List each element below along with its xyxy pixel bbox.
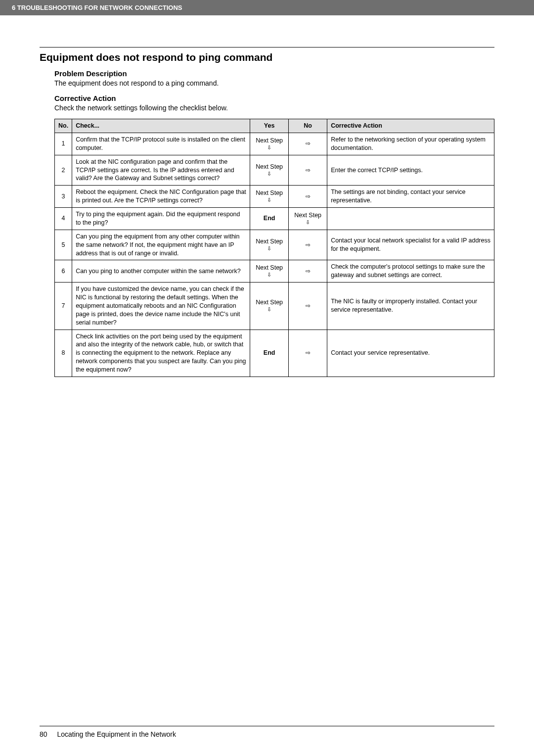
cell-yes: Next Step [250, 186, 289, 208]
arrow-right-icon [306, 140, 311, 147]
cell-no-result [289, 133, 327, 155]
next-step-indicator: Next Step [254, 190, 285, 203]
arrow-right-icon [306, 167, 311, 174]
next-step-indicator: Next Step [254, 299, 285, 312]
cell-no: 2 [55, 155, 72, 186]
chapter-header: 6 TROUBLESHOOTING FOR NETWORK CONNECTION… [0, 0, 534, 15]
cell-action: Contact your local network specialist fo… [327, 230, 494, 260]
table-row: 3Reboot the equipment. Check the NIC Con… [55, 186, 494, 208]
cell-action: Enter the correct TCP/IP settings. [327, 155, 494, 186]
cell-check: Confirm that the TCP/IP protocol suite i… [72, 133, 250, 155]
cell-no: 4 [55, 208, 72, 230]
cell-no-result [289, 155, 327, 186]
problem-heading: Problem Description [54, 69, 494, 78]
cell-yes: End [250, 208, 289, 230]
cell-action [327, 208, 494, 230]
cell-no: 6 [55, 260, 72, 283]
cell-no-result [289, 283, 327, 330]
cell-action: The NIC is faulty or improperly installe… [327, 283, 494, 330]
end-indicator: End [264, 215, 275, 222]
cell-check: Reboot the equipment. Check the NIC Conf… [72, 186, 250, 208]
cell-no-result [289, 186, 327, 208]
cell-yes: Next Step [250, 133, 289, 155]
page-content: Equipment does not respond to ping comma… [0, 15, 534, 377]
col-header-action: Corrective Action [327, 119, 494, 133]
cell-no-result [289, 330, 327, 377]
cell-check: Can you ping the equipment from any othe… [72, 230, 250, 260]
col-header-no: No [289, 119, 327, 133]
page-footer: 80 Locating the Equipment in the Network [40, 726, 494, 738]
problem-text: The equipment does not respond to a ping… [54, 79, 494, 87]
cell-check: Look at the NIC configuration page and c… [72, 155, 250, 186]
arrow-right-icon [306, 302, 311, 309]
page-number: 80 [40, 730, 47, 738]
table-row: 8Check link activities on the port being… [55, 330, 494, 377]
cell-check: Check link activities on the port being … [72, 330, 250, 377]
next-step-indicator: Next Step [254, 265, 285, 278]
cell-action: The settings are not binding, contact yo… [327, 186, 494, 208]
cell-no-result: Next Step [289, 208, 327, 230]
section-rule [40, 47, 494, 47]
checklist-table: No. Check... Yes No Corrective Action 1C… [54, 119, 494, 377]
table-row: 6Can you ping to another computer within… [55, 260, 494, 283]
corrective-heading: Corrective Action [54, 94, 494, 102]
footer-text: Locating the Equipment in the Network [57, 730, 176, 738]
cell-action: Contact your service representative. [327, 330, 494, 377]
cell-check: Try to ping the equipment again. Did the… [72, 208, 250, 230]
cell-no: 3 [55, 186, 72, 208]
next-step-indicator: Next Step [254, 238, 285, 251]
cell-no-result [289, 230, 327, 260]
cell-check: Can you ping to another computer within … [72, 260, 250, 283]
table-row: 7If you have customized the device name,… [55, 283, 494, 330]
next-step-indicator: Next Step [254, 138, 285, 150]
table-header-row: No. Check... Yes No Corrective Action [55, 119, 494, 133]
cell-check: If you have customized the device name, … [72, 283, 250, 330]
next-step-indicator: Next Step [292, 212, 323, 225]
cell-yes: Next Step [250, 283, 289, 330]
table-header: No. Check... Yes No Corrective Action [55, 119, 494, 133]
arrow-right-icon [306, 268, 311, 275]
cell-no: 5 [55, 230, 72, 260]
chapter-breadcrumb: 6 TROUBLESHOOTING FOR NETWORK CONNECTION… [12, 4, 182, 11]
col-header-no: No. [55, 119, 72, 133]
cell-no: 1 [55, 133, 72, 155]
cell-action: Refer to the networking section of your … [327, 133, 494, 155]
arrow-right-icon [306, 349, 311, 356]
table-row: 1Confirm that the TCP/IP protocol suite … [55, 133, 494, 155]
cell-yes: End [250, 330, 289, 377]
cell-yes: Next Step [250, 155, 289, 186]
arrow-right-icon [306, 193, 311, 200]
next-step-indicator: Next Step [254, 164, 285, 177]
col-header-yes: Yes [250, 119, 289, 133]
problem-block: Problem Description The equipment does n… [40, 69, 494, 377]
cell-no-result [289, 260, 327, 283]
cell-no: 7 [55, 283, 72, 330]
table-row: 4Try to ping the equipment again. Did th… [55, 208, 494, 230]
end-indicator: End [264, 349, 275, 356]
cell-yes: Next Step [250, 230, 289, 260]
col-header-check: Check... [72, 119, 250, 133]
corrective-text: Check the network settings following the… [54, 104, 494, 112]
cell-action: Check the computer's protocol settings t… [327, 260, 494, 283]
section-title: Equipment does not respond to ping comma… [40, 51, 494, 63]
arrow-right-icon [306, 241, 311, 248]
table-body: 1Confirm that the TCP/IP protocol suite … [55, 133, 494, 377]
cell-yes: Next Step [250, 260, 289, 283]
cell-no: 8 [55, 330, 72, 377]
table-row: 2Look at the NIC configuration page and … [55, 155, 494, 186]
table-row: 5Can you ping the equipment from any oth… [55, 230, 494, 260]
